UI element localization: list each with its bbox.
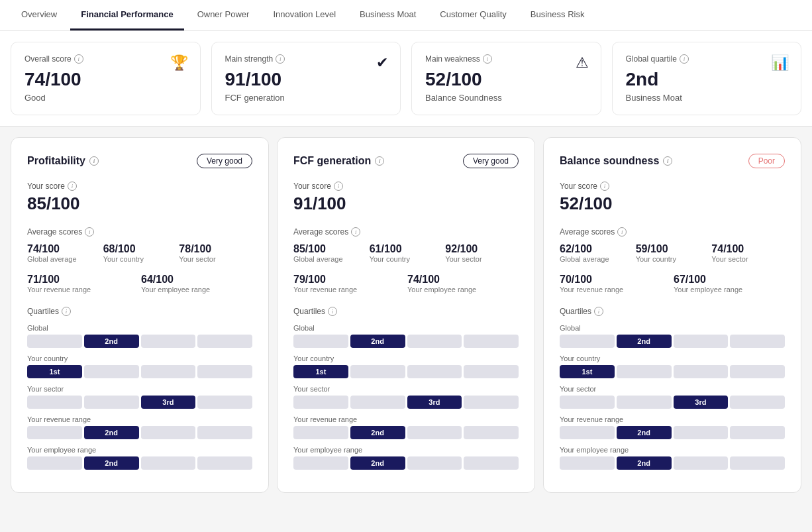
avg-scores-label-0: Average scores i (27, 227, 252, 237)
quartile-bar-1: 1st (560, 365, 785, 378)
your-score-value-1: 91/100 (293, 193, 519, 214)
avg-scores-info-icon: i (617, 227, 627, 237)
quartile-row-label-4: Your employee range (293, 446, 519, 454)
quartile-segment-active-2-2: 3rd (674, 396, 729, 409)
quartile-row-1: Your country 1st (27, 354, 252, 378)
quartile-bar-0: 2nd (560, 335, 785, 348)
quartile-segment-0-3-1 (27, 426, 82, 439)
panel-title-1: FCF generation i (293, 155, 384, 167)
panel-badge-2: Poor (748, 154, 785, 168)
avg-score2-item-0-0: 71/100 Your revenue range (27, 274, 138, 293)
quartile-row-2: Your sector 3rd (293, 385, 519, 409)
panel-header-0: Profitability i Very good (27, 154, 252, 168)
avg-score-item-1-0: 85/100 Global average (293, 243, 367, 263)
quartile-row-label-4: Your employee range (560, 446, 785, 454)
quartile-segment-active-1-0: 2nd (350, 335, 405, 348)
quartile-segment-1-0-1 (293, 335, 348, 348)
quartile-segment-2-2-1 (560, 396, 615, 409)
quartile-segment-0-2-2 (84, 396, 139, 409)
quartile-segment-2-1-2 (617, 365, 672, 378)
quartile-bar-2: 3rd (293, 396, 519, 409)
quartile-row-label-1: Your country (293, 354, 519, 362)
card-score: 52/100 (425, 69, 587, 90)
summary-card-2: Main weakness i 52/100 Balance Soundness… (411, 42, 601, 115)
avg-scores-label-2: Average scores i (560, 227, 785, 237)
avg-scores-info-icon: i (351, 227, 360, 237)
quartile-segment-1-4-1 (293, 456, 348, 470)
quartile-segment-0-4-3 (141, 456, 196, 470)
quartile-bar-3: 2nd (293, 426, 519, 439)
quartile-segment-active-1-1: 1st (293, 365, 348, 378)
quartile-bar-3: 2nd (560, 426, 785, 439)
quartiles-label-2: Quartiles i (560, 307, 785, 316)
quartile-segment-0-3-4 (197, 426, 252, 439)
nav-tab-business-moat[interactable]: Business Moat (349, 0, 427, 30)
nav-tab-business-risk[interactable]: Business Risk (520, 0, 595, 30)
card-sub: Business Moat (626, 93, 788, 103)
avg-score-item-0-2: 78/100 Your sector (179, 243, 252, 263)
quartile-segment-0-1-2 (84, 365, 139, 378)
avg-score2-label: Your employee range (407, 286, 519, 293)
quartile-bar-4: 2nd (560, 456, 785, 470)
quartile-row-0: Global 2nd (293, 324, 519, 348)
quartile-row-4: Your employee range 2nd (27, 446, 252, 470)
quartile-row-4: Your employee range 2nd (560, 446, 785, 470)
quartile-segment-1-0-3 (407, 335, 462, 348)
quartile-segment-1-1-2 (350, 365, 405, 378)
avg-scores-grid-1: 85/100 Global average 61/100 Your countr… (293, 243, 519, 263)
quartile-segment-0-0-1 (27, 335, 82, 348)
panel-header-2: Balance soundness i Poor (560, 154, 785, 168)
quartile-segment-0-3-3 (141, 426, 196, 439)
quartile-segment-0-1-3 (141, 365, 196, 378)
quartile-segment-2-2-4 (730, 396, 785, 409)
quartile-row-label-2: Your sector (293, 385, 519, 393)
avg-score-item-2-2: 74/100 Your sector (711, 243, 785, 263)
quartile-row-label-1: Your country (560, 354, 785, 362)
avg-score-value: 59/100 (636, 243, 709, 255)
quartile-row-3: Your revenue range 2nd (293, 415, 519, 439)
your-score-value-2: 52/100 (560, 193, 785, 214)
summary-card-1: Main strength i 91/100 FCF generation ✔ (211, 42, 401, 115)
avg-score2-label: Your revenue range (27, 286, 138, 293)
quartile-segment-1-3-4 (464, 426, 519, 439)
avg-score2-label: Your revenue range (560, 286, 671, 293)
quartile-segment-2-4-3 (674, 456, 729, 470)
your-score-info-icon: i (68, 182, 77, 191)
quartile-row-2: Your sector 3rd (27, 385, 252, 409)
avg-score2-label: Your revenue range (293, 286, 405, 293)
quartile-segment-1-0-4 (464, 335, 519, 348)
quartile-segment-active-0-4: 2nd (84, 456, 139, 470)
avg-scores-grid2-1: 79/100 Your revenue range 74/100 Your em… (293, 274, 519, 293)
avg-score2-item-2-0: 70/100 Your revenue range (560, 274, 671, 293)
quartile-row-label-2: Your sector (560, 385, 785, 393)
avg-score2-item-1-0: 79/100 Your revenue range (293, 274, 405, 293)
quartile-segment-active-2-4: 2nd (617, 456, 672, 470)
avg-score-label: Your sector (179, 255, 252, 263)
quartile-row-0: Global 2nd (27, 324, 252, 348)
nav-tab-innovation-level[interactable]: Innovation Level (262, 0, 346, 30)
panel-1: FCF generation i Very good Your score i … (277, 137, 535, 493)
quartile-segment-2-1-4 (730, 365, 785, 378)
quartile-segment-active-0-1: 1st (27, 365, 82, 378)
info-icon: i (276, 54, 285, 64)
panel-badge-0: Very good (197, 154, 252, 168)
card-title: Main weakness i (425, 54, 587, 64)
nav-tab-overview[interactable]: Overview (11, 0, 68, 30)
quartile-segment-2-2-2 (617, 396, 672, 409)
quartile-segment-active-1-2: 3rd (407, 396, 462, 409)
quartile-segment-2-0-1 (560, 335, 615, 348)
avg-scores-info-icon: i (85, 227, 94, 237)
panel-header-1: FCF generation i Very good (293, 154, 519, 168)
nav-tab-owner-power[interactable]: Owner Power (187, 0, 260, 30)
quartile-segment-active-2-0: 2nd (617, 335, 672, 348)
avg-score2-item-1-1: 74/100 Your employee range (407, 274, 519, 293)
panels-row: Profitability i Very good Your score i 8… (0, 127, 812, 504)
nav-tab-financial-performance[interactable]: Financial Performance (70, 0, 183, 30)
avg-score-label: Global average (293, 255, 367, 263)
card-icon: ⚠ (576, 54, 589, 72)
nav-tab-customer-quality[interactable]: Customer Quality (429, 0, 517, 30)
card-sub: FCF generation (225, 93, 387, 103)
panel-0: Profitability i Very good Your score i 8… (11, 137, 269, 493)
avg-score-value: 92/100 (445, 243, 519, 255)
avg-score2-value: 67/100 (674, 274, 785, 286)
